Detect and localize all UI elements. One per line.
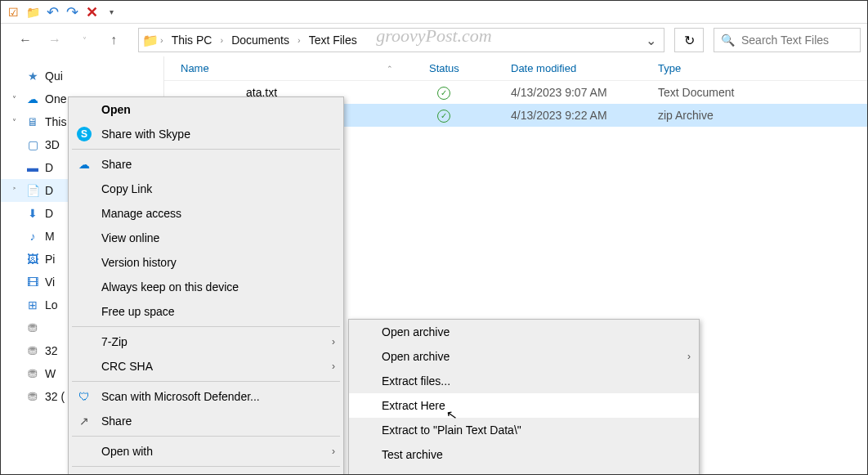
sidebar-label: 32 ( xyxy=(45,390,65,403)
up-button[interactable]: ↑ xyxy=(104,30,123,50)
file-date: 4/13/2023 9:07 AM xyxy=(508,86,655,99)
back-button[interactable]: ← xyxy=(16,30,35,50)
search-icon: 🔍 xyxy=(721,34,735,47)
submenu-item[interactable]: Extract Here xyxy=(349,393,699,418)
expand-icon[interactable]: ˃ xyxy=(12,186,20,195)
menu-label: Share xyxy=(101,158,132,171)
menu-label: Copy Link xyxy=(101,182,152,195)
col-type[interactable]: Type xyxy=(655,62,867,74)
menu-item[interactable]: 7-Zip› xyxy=(69,329,343,354)
submenu-item[interactable]: Open archive xyxy=(349,320,699,344)
refresh-button[interactable]: ↻ xyxy=(674,28,704,52)
sidebar-label: M xyxy=(45,230,55,243)
submenu-item[interactable]: Test archive xyxy=(349,442,699,467)
sidebar-label: Lo xyxy=(45,298,58,311)
menu-item[interactable]: Give access to› xyxy=(69,469,343,475)
sidebar-icon: ⛃ xyxy=(25,320,40,335)
sort-arrow-icon: ⌃ xyxy=(387,65,393,73)
menu-label: Open with xyxy=(101,445,153,458)
address-bar[interactable]: 📁 › This PC › Documents › Text Files ⌄ xyxy=(138,28,664,52)
submenu-item[interactable]: Open archive› xyxy=(349,344,699,369)
submenu-item[interactable]: Add to archive... xyxy=(349,467,699,475)
menu-label: View online xyxy=(101,231,159,244)
menu-label: Free up space xyxy=(101,305,175,318)
menu-item[interactable]: Free up space xyxy=(69,299,343,324)
submenu-arrow-icon: › xyxy=(687,351,691,362)
submenu-arrow-icon: › xyxy=(332,336,335,347)
menu-separator xyxy=(72,326,340,327)
file-status: ✓ xyxy=(426,85,508,100)
cloud-sync-icon: ✓ xyxy=(437,110,450,123)
submenu-arrow-icon: › xyxy=(332,361,335,372)
menu-item[interactable]: Copy Link xyxy=(69,177,343,201)
address-dropdown-icon[interactable]: ⌄ xyxy=(641,33,660,48)
quick-access-toolbar: ☑ 📁 ↶ ↷ ✕ ▾ xyxy=(1,1,867,24)
sidebar-label: W xyxy=(45,367,56,380)
folder-icon[interactable]: 📁 xyxy=(24,3,42,21)
col-status[interactable]: Status xyxy=(426,62,508,74)
menu-label: Extract files... xyxy=(382,374,450,388)
menu-label: CRC SHA xyxy=(101,360,153,373)
breadcrumb-sep[interactable]: › xyxy=(218,35,225,45)
sidebar-label: 3D xyxy=(45,138,60,151)
menu-label: Test archive xyxy=(382,448,443,461)
redo-icon[interactable]: ↷ xyxy=(63,3,81,21)
file-status: ✓ xyxy=(426,108,508,123)
menu-item[interactable]: Open xyxy=(69,97,343,122)
menu-item[interactable]: ☁Share xyxy=(69,152,343,177)
context-submenu-7zip: Open archiveOpen archive›Extract files..… xyxy=(348,319,700,475)
menu-item[interactable]: SShare with Skype xyxy=(69,122,343,146)
sidebar-icon: ⬇ xyxy=(25,206,40,221)
folder-icon: 📁 xyxy=(142,33,157,47)
submenu-item[interactable]: Extract to "Plain Text Data\" xyxy=(349,418,699,442)
column-headers: Name⌃ Status Date modified Type xyxy=(164,56,867,81)
qat-dropdown-icon[interactable]: ▾ xyxy=(102,3,120,21)
menu-item[interactable]: Version history xyxy=(69,250,343,275)
breadcrumb-this-pc[interactable]: This PC xyxy=(167,29,217,52)
checkbox-icon[interactable]: ☑ xyxy=(4,3,22,21)
col-date[interactable]: Date modified xyxy=(508,62,655,74)
sidebar-icon: ▬ xyxy=(25,160,40,175)
menu-item[interactable]: Manage access xyxy=(69,201,343,226)
undo-icon[interactable]: ↶ xyxy=(43,3,61,21)
menu-item[interactable]: Open with› xyxy=(69,439,343,464)
menu-item[interactable]: CRC SHA› xyxy=(69,354,343,379)
menu-separator xyxy=(72,381,340,382)
sidebar-label: Pi xyxy=(45,253,55,266)
menu-icon: ↗ xyxy=(77,414,92,428)
breadcrumb-sep[interactable]: › xyxy=(296,35,302,45)
sidebar-icon: ★ xyxy=(25,69,40,83)
sidebar-icon: ⛃ xyxy=(25,366,40,381)
breadcrumb-documents[interactable]: Documents xyxy=(226,29,294,52)
sidebar-item[interactable]: ★Qui xyxy=(1,65,163,87)
menu-icon: 🛡 xyxy=(77,389,92,404)
menu-item[interactable]: 🛡Scan with Microsoft Defender... xyxy=(69,384,343,409)
menu-item[interactable]: ↗Share xyxy=(69,409,343,433)
menu-item[interactable]: Always keep on this device xyxy=(69,275,343,299)
sidebar-icon: 🎞 xyxy=(25,275,40,289)
menu-label: Scan with Microsoft Defender... xyxy=(101,390,260,403)
sidebar-icon: ⛃ xyxy=(25,389,40,404)
sidebar-label: This xyxy=(45,115,66,128)
forward-button[interactable]: → xyxy=(45,30,65,50)
menu-label: Manage access xyxy=(101,207,181,220)
menu-label: Extract Here xyxy=(382,399,445,412)
menu-label: Open archive xyxy=(382,325,450,338)
nav-toolbar: ← → ˅ ↑ 📁 › This PC › Documents › Text F… xyxy=(1,24,867,56)
breadcrumb-text-files[interactable]: Text Files xyxy=(304,29,362,52)
menu-separator xyxy=(72,149,340,150)
recent-dropdown[interactable]: ˅ xyxy=(74,30,94,50)
sidebar-icon: 🖼 xyxy=(25,252,40,267)
col-name[interactable]: Name⌃ xyxy=(164,62,426,74)
submenu-arrow-icon: › xyxy=(332,446,335,457)
breadcrumb-sep[interactable]: › xyxy=(159,35,165,45)
menu-label: Share with Skype xyxy=(101,128,190,141)
menu-item[interactable]: View online xyxy=(69,226,343,250)
menu-label: Always keep on this device xyxy=(101,280,239,294)
submenu-item[interactable]: Extract files... xyxy=(349,369,699,393)
menu-icon: S xyxy=(77,127,92,141)
expand-icon[interactable]: ˅ xyxy=(12,118,20,127)
delete-icon[interactable]: ✕ xyxy=(83,3,101,21)
search-input[interactable]: 🔍 Search Text Files xyxy=(714,28,861,52)
expand-icon[interactable]: ˅ xyxy=(12,95,20,104)
